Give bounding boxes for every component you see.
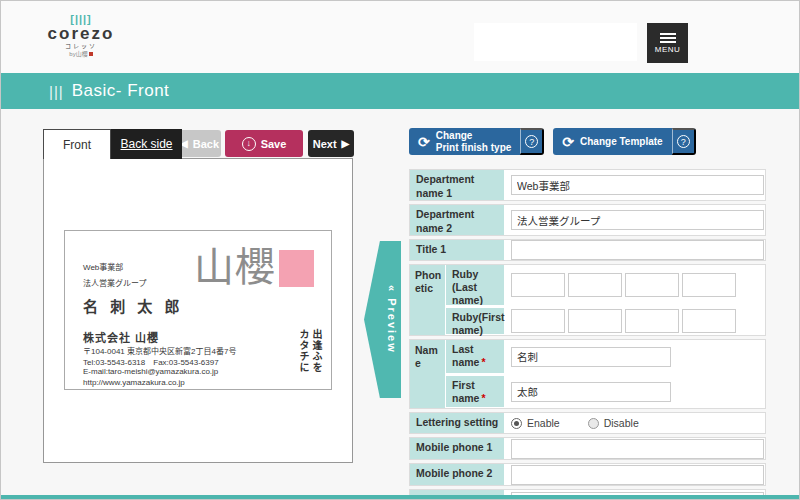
refresh-icon: ⟳ <box>562 135 574 149</box>
last-name-input[interactable] <box>511 347 671 367</box>
action-buttons: ⟳ ChangePrint finish type ? ⟳ Change Tem… <box>409 128 696 155</box>
brand-name: corezo <box>41 25 121 43</box>
form-row-ruby-last: Ruby (Last name) <box>446 265 765 305</box>
field-label: Lettering setting <box>410 413 504 433</box>
right-triangle-icon: ▶ <box>342 139 350 149</box>
ruby-first-input-4[interactable] <box>682 309 736 333</box>
form-row-title-1: Title 1 <box>409 239 766 261</box>
form-row-mobile-1: Mobile phone 1 <box>409 437 766 460</box>
ruby-first-input-1[interactable] <box>511 309 565 333</box>
question-mark-icon: ? <box>525 135 538 148</box>
title-1-input[interactable] <box>511 240 764 260</box>
field-label: Ruby (Last name) <box>446 265 504 305</box>
card-person-name: 名 刺 太 郎 <box>83 295 184 316</box>
ruby-first-input-3[interactable] <box>625 309 679 333</box>
brand-logo: [|||] corezo コレッソ by山櫻 <box>41 14 121 58</box>
field-label: Mobile phone 2 <box>410 464 504 485</box>
field-label: Department name 2 <box>410 205 504 235</box>
logo-red-square <box>89 52 93 56</box>
radio-icon[interactable] <box>511 418 522 429</box>
lettering-disable-option[interactable]: Disable <box>588 417 639 429</box>
ruby-last-input-3[interactable] <box>625 273 679 297</box>
department-2-input[interactable] <box>511 210 764 230</box>
form-row-last-name: Last name* <box>446 340 765 373</box>
first-name-input[interactable] <box>511 382 671 402</box>
form-row-lettering: Lettering setting Enable Disable <box>409 412 766 434</box>
field-label: Mobile phone 1 <box>410 438 504 459</box>
header: [|||] corezo コレッソ by山櫻 MENU <box>1 1 799 73</box>
brand-kana: コレッソ <box>41 43 121 50</box>
back-button[interactable]: ◀ Back <box>178 130 221 157</box>
ruby-last-input-1[interactable] <box>511 273 565 297</box>
card-data-form: Department name 1 Department name 2 Titl… <box>409 169 766 500</box>
form-row-first-name: First name* <box>446 373 765 407</box>
card-company-name: 株式会社 山櫻 <box>83 329 159 345</box>
print-finish-help-button[interactable]: ? <box>520 128 544 155</box>
mobile-2-input[interactable] <box>511 465 764 485</box>
card-department-1: Web事業部 <box>83 261 123 272</box>
download-circle-icon: ↓ <box>242 137 256 151</box>
title-bars-icon: ||| <box>49 83 64 100</box>
refresh-icon: ⟳ <box>418 135 430 149</box>
department-1-input[interactable] <box>511 175 764 195</box>
card-email: E-mail:taro-meishi@yamazakura.co.jp <box>83 367 218 376</box>
field-label: Department name 1 <box>410 170 504 200</box>
preview-arrow-label: « Preview <box>386 285 398 354</box>
radio-icon[interactable] <box>588 418 599 429</box>
preview-arrow-button[interactable]: « Preview <box>364 241 401 398</box>
field-label: First name* <box>446 376 504 407</box>
page-title-bar: ||| Basic- Front <box>1 73 799 109</box>
tab-back-side[interactable]: Back side <box>111 129 182 159</box>
mobile-1-input[interactable] <box>511 439 764 459</box>
menu-button[interactable]: MENU <box>647 23 688 63</box>
form-row-department-1: Department name 1 <box>409 169 766 201</box>
card-department-2: 法人営業グループ <box>83 277 147 288</box>
change-print-finish-group: ⟳ ChangePrint finish type ? <box>409 128 544 155</box>
ruby-last-input-4[interactable] <box>682 273 736 297</box>
form-row-ruby-first: Ruby(First name) <box>446 305 765 334</box>
question-mark-icon: ? <box>677 135 690 148</box>
form-row-mobile-2: Mobile phone 2 <box>409 463 766 486</box>
required-asterisk: * <box>481 392 485 404</box>
next-button[interactable]: Next ▶ <box>308 130 354 157</box>
ruby-first-input-2[interactable] <box>568 309 622 333</box>
hamburger-icon <box>660 33 676 43</box>
brand-byline: by山櫻 <box>41 50 121 58</box>
app-root: [|||] corezo コレッソ by山櫻 MENU ||| Basic- F… <box>0 0 800 500</box>
group-label-name: Name <box>410 340 446 408</box>
header-blank-box[interactable] <box>474 23 637 61</box>
card-vertical-slogan: 出逢ふを カタチに <box>297 329 323 391</box>
page-title: Basic- Front <box>72 81 170 101</box>
change-template-button[interactable]: ⟳ Change Template <box>553 128 671 155</box>
field-label: Ruby(First name) <box>446 308 504 334</box>
save-button[interactable]: ↓ Save <box>225 130 303 157</box>
card-pink-square <box>279 250 314 287</box>
preview-panel: 山櫻 Web事業部 法人営業グループ 名 刺 太 郎 株式会社 山櫻 〒104-… <box>43 158 353 463</box>
field-label: Title 1 <box>410 240 504 260</box>
form-row-department-2: Department name 2 <box>409 204 766 236</box>
card-company-logo: 山櫻 <box>194 235 276 293</box>
ruby-last-input-2[interactable] <box>568 273 622 297</box>
required-asterisk: * <box>481 356 485 368</box>
field-label: Last name* <box>446 340 504 373</box>
change-print-finish-button[interactable]: ⟳ ChangePrint finish type <box>409 128 520 155</box>
business-card-preview: 山櫻 Web事業部 法人営業グループ 名 刺 太 郎 株式会社 山櫻 〒104-… <box>64 230 332 390</box>
card-tel-fax: Tel:03-5543-6318 Fax:03-5543-6397 <box>83 356 219 367</box>
chevron-left-icon: « <box>386 285 398 293</box>
tab-front[interactable]: Front <box>43 129 111 159</box>
bottom-accent-bar <box>1 495 799 499</box>
form-group-phonetic: Phonetic Ruby (Last name) Ruby(First nam… <box>409 264 766 336</box>
template-help-button[interactable]: ? <box>672 128 696 155</box>
lettering-enable-option[interactable]: Enable <box>511 417 560 429</box>
change-template-group: ⟳ Change Template ? <box>553 128 695 155</box>
group-label-phonetic: Phonetic <box>410 265 446 335</box>
card-url: http://www.yamazakura.co.jp <box>83 378 185 387</box>
form-group-name: Name Last name* First name* <box>409 339 766 409</box>
card-address: 〒104-0041 東京都中央区新富2丁目4番7号 <box>83 345 236 356</box>
menu-label: MENU <box>655 45 681 54</box>
